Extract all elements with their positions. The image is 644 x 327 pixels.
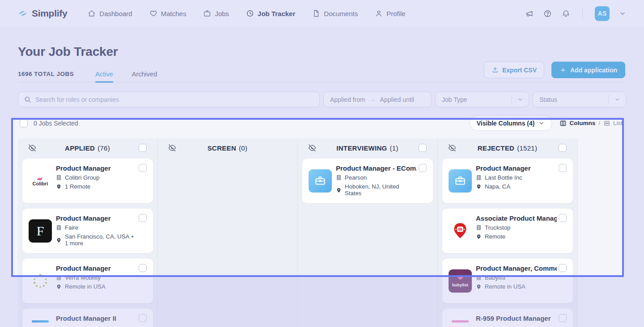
- job-select-checkbox[interactable]: [139, 264, 147, 272]
- card-list: [158, 157, 297, 159]
- job-card[interactable]: ❤babylistProduct Manager, Comme...Babyli…: [442, 259, 573, 303]
- job-select-checkbox[interactable]: [139, 164, 147, 172]
- column-name: REJECTED: [478, 144, 514, 152]
- job-select-checkbox[interactable]: [139, 214, 147, 222]
- map-pin-icon: [56, 184, 62, 189]
- job-company: Verra Mobility: [56, 274, 137, 281]
- clock-icon: [246, 9, 254, 17]
- nav-item-profile[interactable]: Profile: [375, 9, 406, 17]
- status-select[interactable]: Status: [533, 92, 626, 107]
- company-logo-partial: [29, 319, 52, 327]
- chevron-down-icon[interactable]: [619, 10, 626, 17]
- job-card[interactable]: R-959 Product Manager: [442, 309, 573, 327]
- list-view-icon: [603, 120, 610, 127]
- hide-column-icon[interactable]: [168, 144, 176, 152]
- export-csv-button[interactable]: Export CSV: [484, 62, 544, 78]
- job-card[interactable]: Associate Product ManagerTruckstopRemote: [442, 209, 573, 253]
- job-type-select[interactable]: Job Type: [435, 92, 529, 107]
- nav-item-matches[interactable]: Matches: [149, 9, 186, 17]
- job-select-checkbox[interactable]: [139, 314, 147, 322]
- job-card-main: Product Manager - ECom...PearsonHoboken,…: [336, 159, 433, 197]
- card-list: Product ManagerLast Bottle IncNapa, CAAs…: [438, 157, 577, 327]
- search-input[interactable]: [35, 96, 314, 103]
- dim-overlay-left: [0, 118, 11, 277]
- columns-view-toggle[interactable]: Columns: [559, 120, 595, 127]
- job-card[interactable]: ColibriProduct ManagerColibri Group1 Rem…: [22, 159, 153, 203]
- job-card-main: Product ManagerColibri Group1 Remote: [56, 159, 153, 190]
- nav-label: Jobs: [215, 10, 229, 17]
- column-select-checkbox[interactable]: [419, 144, 427, 152]
- nav-label: Documents: [324, 10, 358, 17]
- job-select-checkbox[interactable]: [559, 214, 567, 222]
- nav-label: Matches: [161, 10, 186, 17]
- help-icon[interactable]: [543, 9, 552, 18]
- board-column-interviewing: INTERVIEWING(1)Product Manager - ECom...…: [298, 138, 438, 327]
- job-card[interactable]: Product Manager - ECom...PearsonHoboken,…: [302, 159, 433, 203]
- simplify-logo-icon: [18, 8, 28, 18]
- applied-from-field[interactable]: Applied from: [330, 96, 365, 103]
- column-select-checkbox[interactable]: [139, 144, 147, 152]
- add-application-button[interactable]: Add application: [551, 62, 625, 78]
- column-title: APPLIED(76): [36, 144, 139, 152]
- job-card[interactable]: Product ManagerLast Bottle IncNapa, CA: [442, 159, 573, 203]
- job-title: Associate Product Manager: [476, 214, 557, 222]
- company-logo-truckstop: [449, 219, 472, 243]
- job-title: Product Manager: [56, 214, 137, 222]
- heart-icon: [149, 9, 157, 17]
- list-view-toggle[interactable]: List: [603, 120, 623, 127]
- nav-item-job-tracker[interactable]: Job Tracker: [246, 9, 295, 17]
- job-card-main: Product ManagerFaireSan Francisco, CA, U…: [56, 209, 153, 247]
- job-select-checkbox[interactable]: [559, 164, 567, 172]
- tab-archived[interactable]: Archived: [132, 66, 157, 82]
- nav-item-documents[interactable]: Documents: [312, 9, 358, 17]
- company-logo-babylist: ❤babylist: [449, 269, 472, 293]
- job-company: Truckstop: [476, 224, 557, 231]
- job-title: Product Manager II: [56, 314, 137, 322]
- filter-row: Applied from → Applied until Job Type St…: [18, 92, 626, 107]
- select-divider: [609, 95, 609, 104]
- nav-label: Job Tracker: [258, 10, 295, 17]
- avatar[interactable]: AS: [595, 6, 610, 21]
- column-count: (1521): [517, 144, 537, 152]
- visible-columns-dropdown[interactable]: Visible Columns (4): [470, 115, 552, 131]
- job-card-main: Product ManagerLast Bottle IncNapa, CA: [476, 159, 573, 190]
- heart-icon: ❤: [457, 275, 463, 282]
- chevron-down-icon[interactable]: [517, 96, 524, 103]
- jobs-selected-label: 0 Jobs Selected: [34, 120, 78, 127]
- megaphone-icon[interactable]: [525, 9, 534, 18]
- list-view-label: List: [613, 120, 623, 126]
- job-card[interactable]: Product ManagerVerra MobilityRemote in U…: [22, 259, 153, 303]
- hide-column-icon[interactable]: [308, 144, 316, 152]
- chevron-down-icon[interactable]: [614, 96, 621, 103]
- bell-icon[interactable]: [561, 9, 570, 18]
- nav-item-dashboard[interactable]: Dashboard: [88, 9, 132, 17]
- column-title: REJECTED(1521): [456, 144, 559, 152]
- hide-column-icon[interactable]: [28, 144, 36, 152]
- column-count: (76): [97, 144, 110, 152]
- date-range-filter[interactable]: Applied from → Applied until: [323, 92, 432, 107]
- job-type-value: Job Type: [442, 96, 512, 103]
- building-icon: [56, 275, 62, 281]
- company-logo-verra-mobility: [29, 269, 52, 293]
- job-select-checkbox[interactable]: [559, 264, 567, 272]
- job-title: Product Manager, Comme...: [476, 264, 557, 272]
- job-location: San Francisco, CA, USA + 1 more: [56, 233, 137, 247]
- select-all-checkbox[interactable]: [20, 119, 28, 127]
- job-card-main: Product Manager, Comme...BabylistRemote …: [476, 259, 573, 290]
- job-select-checkbox[interactable]: [419, 164, 427, 172]
- job-card[interactable]: Product Manager II: [22, 309, 153, 327]
- applied-until-field[interactable]: Applied until: [380, 96, 414, 103]
- kanban-columns-icon: [559, 120, 567, 127]
- job-company: Faire: [56, 224, 137, 231]
- hide-column-icon[interactable]: [448, 144, 456, 152]
- job-select-checkbox[interactable]: [559, 314, 567, 322]
- building-icon: [476, 175, 482, 180]
- nav-item-jobs[interactable]: Jobs: [203, 9, 229, 17]
- job-title: Product Manager: [56, 264, 137, 272]
- job-card[interactable]: FProduct ManagerFaireSan Francisco, CA, …: [22, 209, 153, 253]
- tab-active[interactable]: Active: [95, 66, 113, 82]
- job-company: Last Bottle Inc: [476, 174, 557, 181]
- company-logo-default-briefcase: [309, 169, 332, 193]
- column-select-checkbox[interactable]: [559, 144, 567, 152]
- brand-logo[interactable]: Simplify: [18, 8, 67, 19]
